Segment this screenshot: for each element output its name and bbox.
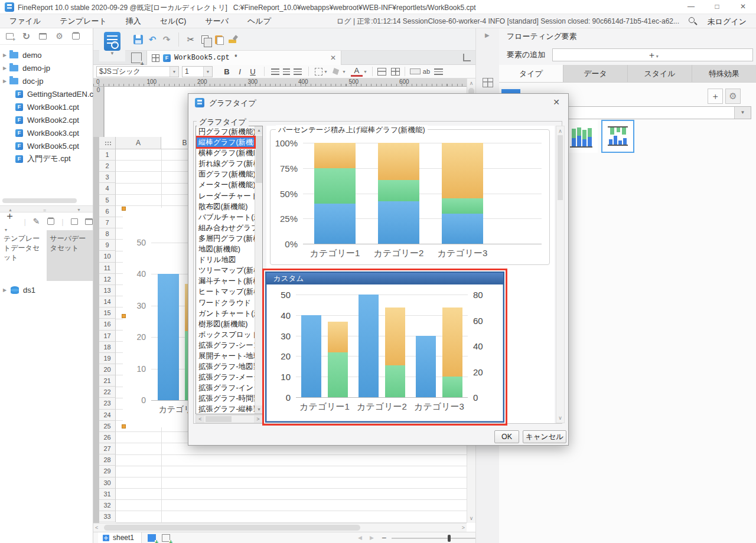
paste-icon[interactable] xyxy=(215,35,223,44)
merge-cells-icon[interactable] xyxy=(377,68,386,76)
tree-item-WorkBook5.cpt[interactable]: FWorkBook5.cpt xyxy=(0,139,93,152)
status-log[interactable]: ログ | 正常:01:12:14 SessionClose-60-worker-… xyxy=(337,17,679,27)
delete-icon[interactable] xyxy=(72,33,80,40)
copy-icon[interactable] xyxy=(201,35,208,44)
tree-item-WorkBook2.cpt[interactable]: FWorkBook2.cpt xyxy=(0,113,93,126)
chart-type-item[interactable]: 縦棒グラフ(新機能) xyxy=(196,137,255,148)
edit-dataset-icon[interactable]: ✎ xyxy=(33,217,40,226)
row-header-22[interactable]: 22 xyxy=(99,387,116,398)
bar[interactable] xyxy=(416,295,436,397)
tree-item-demo-jp[interactable]: ▶demo-jp xyxy=(0,61,93,74)
chart-type-item[interactable]: 散布図(新機能) xyxy=(196,201,255,212)
chart-type-item[interactable]: 拡張グラフ-メーター類 xyxy=(196,372,255,382)
preview-dataset-icon[interactable] xyxy=(71,218,79,225)
dataset-item-ds1[interactable]: ▶ ds1 xyxy=(0,283,93,296)
bar[interactable] xyxy=(442,295,462,397)
fill-color-icon[interactable] xyxy=(333,68,341,75)
chart-type-item[interactable]: 面グラフ(新機能) xyxy=(196,169,255,179)
zoom-slider-handle[interactable] xyxy=(448,535,451,542)
tree-item-WorkBook3.cpt[interactable]: FWorkBook3.cpt xyxy=(0,126,93,139)
menu-テンプレート[interactable]: テンプレート xyxy=(50,14,116,28)
save-icon[interactable] xyxy=(133,35,143,44)
row-header-14[interactable]: 14 xyxy=(99,296,116,308)
row-header-11[interactable]: 11 xyxy=(99,263,116,274)
align-center-icon[interactable] xyxy=(283,68,290,75)
cut-icon[interactable]: ✂ xyxy=(184,32,198,47)
bar[interactable] xyxy=(314,143,356,244)
row-header-21[interactable]: 21 xyxy=(99,375,116,387)
preview-scrollbar[interactable]: ∧ ∨ xyxy=(556,126,565,423)
chart-type-item[interactable]: ドリル地図 xyxy=(196,254,255,265)
chevron-down-icon[interactable]: ▼ xyxy=(734,107,751,119)
bold-button[interactable]: B xyxy=(221,66,233,77)
menu-ファイル[interactable]: ファイル xyxy=(0,14,50,28)
text-field-icon[interactable] xyxy=(410,68,421,74)
expander-icon[interactable]: ▶ xyxy=(0,78,9,84)
panel-tab-タイプ[interactable]: タイプ xyxy=(499,65,563,82)
column-header-a[interactable]: A xyxy=(116,137,161,149)
new-template-icon[interactable] xyxy=(131,53,142,63)
row-header-13[interactable]: 13 xyxy=(99,285,116,296)
cell-attribute-tab-icon[interactable] xyxy=(483,78,493,87)
chart-type-item[interactable]: 円グラフ(新機能) xyxy=(196,126,255,137)
chart-type-item[interactable]: レーダーチャート(新機能) xyxy=(196,191,255,201)
borders-icon[interactable] xyxy=(315,68,322,76)
tree-item-doc-jp[interactable]: ▶doc-jp xyxy=(0,74,93,87)
ab-format-icon[interactable]: ab xyxy=(421,68,432,75)
chart-type-item[interactable]: 拡張グラフ-シーン xyxy=(196,340,255,351)
selection-handle[interactable] xyxy=(122,314,126,318)
dialog-title-bar[interactable]: グラフタイプ ✕ xyxy=(188,94,568,112)
chart-thumbnail-stacked[interactable] xyxy=(565,120,598,153)
chart-type-item[interactable]: メーター(新機能) xyxy=(196,179,255,190)
row-header-24[interactable]: 24 xyxy=(99,410,116,421)
row-header-9[interactable]: 9 xyxy=(99,240,116,251)
refresh-icon[interactable]: ↻ xyxy=(21,31,31,41)
template-preview-button[interactable]: ▼ xyxy=(99,31,125,61)
search-icon[interactable] xyxy=(689,17,695,23)
bar[interactable] xyxy=(378,143,419,244)
chart-type-item[interactable]: ワードクラウド xyxy=(196,297,255,308)
chart-thumbnail-custom[interactable] xyxy=(601,120,634,153)
row-header-1[interactable]: 1 xyxy=(99,149,116,161)
row-header-15[interactable]: 15 xyxy=(99,308,116,319)
locate-template-icon[interactable] xyxy=(39,33,47,40)
font-name-select[interactable]: $JSゴシック ▼ xyxy=(96,66,179,77)
menu-ヘルプ[interactable]: ヘルプ xyxy=(238,14,281,28)
scroll-up-icon[interactable]: ▲ xyxy=(255,126,263,135)
tree-item-入門デモ.cpt[interactable]: F入門デモ.cpt xyxy=(0,152,93,165)
chart-type-item[interactable]: 折れ線グラフ(新機能) xyxy=(196,158,255,169)
chart-type-item[interactable]: 拡張グラフ-インジケータ類 xyxy=(196,382,255,393)
chart-type-item[interactable]: バブルチャート(新機能) xyxy=(196,212,255,223)
panel-tab-データ[interactable]: データ xyxy=(563,65,627,82)
tree-item-demo[interactable]: ▶demo xyxy=(0,48,93,61)
ok-button[interactable]: OK xyxy=(494,430,519,443)
chart-settings-gear-icon[interactable]: ⚙ xyxy=(725,89,741,104)
chart-type-item[interactable]: 拡張グラフ-縦棒類 xyxy=(196,404,255,414)
maximize-button[interactable]: □ xyxy=(704,0,730,14)
align-right-icon[interactable] xyxy=(294,68,302,75)
collapse-panel-icon[interactable]: ▶ xyxy=(485,32,490,38)
row-header-23[interactable]: 23 xyxy=(99,398,116,409)
row-header-25[interactable]: 25 xyxy=(99,421,116,432)
chart-type-item[interactable]: 樹形図(新機能) xyxy=(196,319,255,329)
row-header-20[interactable]: 20 xyxy=(99,364,116,375)
unmerge-cells-icon[interactable] xyxy=(391,68,400,76)
tab-list-icon[interactable] xyxy=(463,54,471,61)
prev-sheet-icon[interactable]: ◀ xyxy=(358,535,362,541)
menu-サーバ[interactable]: サーバ xyxy=(195,14,238,28)
row-header-10[interactable]: 10 xyxy=(99,251,116,262)
row-header-29[interactable]: 29 xyxy=(99,466,116,477)
chart-type-item[interactable]: 展開チャート-地球 xyxy=(196,351,255,361)
template-settings-icon[interactable]: ⚙ xyxy=(54,31,64,41)
list-scrollbar[interactable]: ▲ ▼ xyxy=(255,126,262,414)
chevron-down-icon[interactable]: ▼ xyxy=(170,67,178,77)
undo-icon[interactable]: ↶ xyxy=(145,32,159,47)
row-header-30[interactable]: 30 xyxy=(99,477,116,489)
bar[interactable] xyxy=(442,143,483,244)
chart-type-item[interactable]: ツリーマップ(新機能) xyxy=(196,265,255,276)
canvas-horizontal-scrollbar[interactable]: < > xyxy=(93,523,467,532)
chart-type-item[interactable]: 拡張グラフ-地図類 xyxy=(196,361,255,372)
expander-icon[interactable]: ▶ xyxy=(0,66,9,71)
chart-type-item[interactable]: 横棒グラフ(新機能) xyxy=(196,148,255,158)
row-header-16[interactable]: 16 xyxy=(99,319,116,330)
